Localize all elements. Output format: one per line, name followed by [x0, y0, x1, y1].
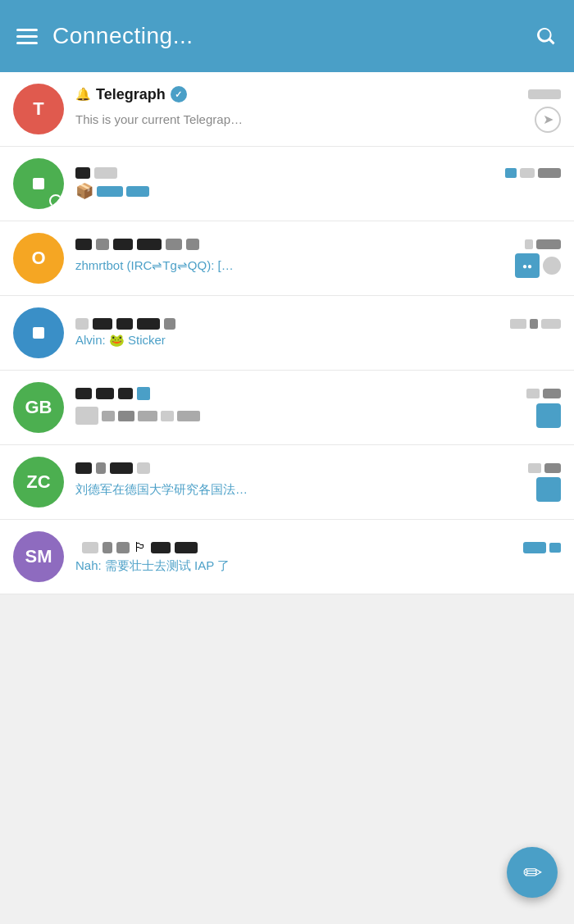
list-item[interactable]: O zhmrtb: [0, 221, 574, 296]
name-blur: [75, 167, 90, 179]
name-blur: [137, 462, 150, 474]
avatar-icon: [33, 178, 44, 189]
preview-blur-blue: [126, 186, 149, 197]
avatar-icon: [33, 327, 44, 339]
name-blur: [102, 542, 112, 553]
unread-icon: ●●: [515, 253, 540, 278]
list-item[interactable]: 📦: [0, 147, 574, 221]
name-blur: [93, 318, 112, 330]
flag-emoji: 🏳: [134, 540, 147, 555]
preview-blur: [161, 411, 174, 421]
header-title: Connecting...: [52, 23, 194, 49]
avatar-small: [543, 257, 561, 275]
name-blur: [75, 388, 92, 399]
time-blur: [510, 319, 526, 329]
unread-count-blue: [523, 542, 546, 553]
name-blur: [96, 462, 106, 474]
avatar: T: [13, 84, 64, 134]
name-blur: [75, 462, 92, 474]
chat-content: 🔔 Telegraph This is your current Telegra…: [75, 86, 561, 133]
chat-preview: Alvin: 🐸 Sticker: [75, 333, 561, 348]
avatar: SM: [13, 531, 64, 582]
name-blur: [75, 318, 89, 330]
preview-blur-blue: [97, 186, 123, 197]
verified-badge: [171, 86, 187, 102]
list-item[interactable]: T 🔔 Telegraph This is your current Teleg…: [0, 72, 574, 147]
avatar: [13, 158, 64, 209]
chat-content: Alvin: 🐸 Sticker: [75, 318, 561, 348]
name-blur: [82, 542, 98, 553]
time-blur: [536, 239, 561, 249]
preview-blur: [102, 411, 115, 421]
time-blur: [525, 239, 533, 249]
name-blur: [116, 318, 133, 330]
name-blur: [110, 462, 133, 474]
chat-content: 🏳 Nah: 需要壮士去测试 IAP 了: [75, 540, 561, 574]
time-blur: [526, 389, 540, 398]
chat-content: 📦: [75, 167, 561, 200]
compose-icon: ✏: [523, 859, 542, 886]
time-blur: [541, 319, 561, 329]
name-blur: [116, 542, 130, 553]
list-item[interactable]: SM 🏳 Nah: [0, 520, 574, 594]
menu-button[interactable]: [16, 29, 38, 44]
time-blur: [528, 463, 541, 473]
time-blur: [538, 168, 561, 178]
preview-blur: [138, 411, 157, 421]
chat-content: [75, 387, 561, 428]
preview-blur: [75, 407, 98, 425]
preview-blur: [177, 411, 200, 421]
preview-row: 📦: [75, 182, 149, 200]
avatar: GB: [13, 382, 64, 433]
name-blur: [164, 318, 175, 330]
blue-square: [505, 168, 517, 178]
preview-row: [75, 407, 200, 425]
avatar: O: [13, 233, 64, 284]
chat-content: 刘德军在德国大学研究各国法…: [75, 462, 561, 502]
app-header: Connecting...: [0, 0, 574, 72]
chat-time: [528, 89, 561, 99]
time-blur: [549, 543, 561, 553]
chat-preview: Nah: 需要壮士去测试 IAP 了: [75, 558, 561, 574]
name-blur: [118, 388, 133, 399]
list-item[interactable]: Alvin: 🐸 Sticker: [0, 296, 574, 371]
pin-icon-blue: [536, 477, 561, 502]
search-icon: [535, 25, 558, 48]
name-blur: [113, 239, 133, 250]
compose-fab[interactable]: ✏: [507, 847, 558, 898]
avatar: [13, 307, 64, 358]
name-blur: [96, 239, 109, 250]
name-blur: [75, 239, 92, 250]
list-item[interactable]: ZC 刘德军在德国大学研究各国法…: [0, 445, 574, 520]
time-blur: [544, 463, 561, 473]
time-blur: [520, 168, 535, 178]
pin-icon-blue: [536, 403, 561, 428]
time-blur: [530, 319, 538, 329]
send-arrow-icon: ➤: [535, 107, 561, 133]
name-blur: [175, 542, 198, 553]
name-blur: [151, 542, 171, 553]
chat-preview: 刘德军在德国大学研究各国法…: [75, 482, 530, 498]
name-blur: [166, 239, 182, 250]
chat-name: Telegraph: [96, 86, 166, 103]
name-blur: [137, 318, 160, 330]
list-item[interactable]: GB: [0, 371, 574, 445]
preview-blur: [118, 411, 134, 421]
chat-preview: zhmrtbot (IRC⇌Tg⇌QQ): […: [75, 258, 508, 273]
online-dot: [49, 194, 62, 207]
name-blur: [94, 167, 117, 179]
time-blur: [543, 389, 561, 398]
name-blur: [96, 388, 114, 399]
chat-content: zhmrtbot (IRC⇌Tg⇌QQ): [… ●●: [75, 239, 561, 278]
mute-icon: 🔔: [75, 87, 91, 102]
emoji-icon: 📦: [75, 182, 93, 200]
name-blur: [137, 239, 162, 250]
name-blur: [186, 239, 199, 250]
blue-sq: [137, 387, 150, 400]
search-button[interactable]: [535, 25, 558, 48]
avatar: ZC: [13, 457, 64, 508]
chat-list: T 🔔 Telegraph This is your current Teleg…: [0, 72, 574, 594]
chat-preview: This is your current Telegrap…: [75, 112, 528, 126]
